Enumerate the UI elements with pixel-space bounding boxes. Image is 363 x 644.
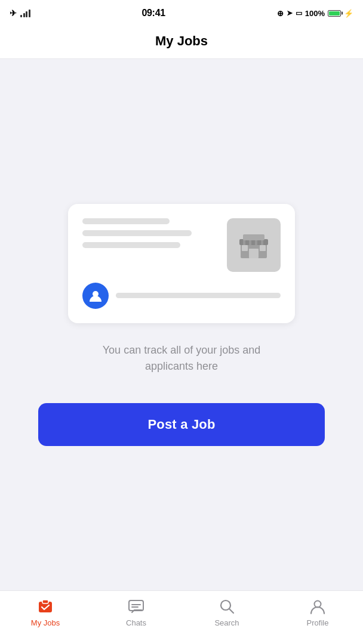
svg-rect-1 [249,249,259,258]
tab-profile[interactable]: Profile [272,597,363,627]
my-jobs-icon [36,597,55,616]
tab-my-jobs[interactable]: My Jobs [0,597,91,627]
svg-rect-12 [42,600,48,603]
signal-icon [20,9,30,17]
avatar-row [82,283,281,309]
tab-bar: My Jobs Chats Search Pr [0,590,363,644]
screen-icon: ▭ [296,9,302,17]
tab-search-label: Search [214,618,239,627]
status-bar: ✈ 09:41 ⊕ ➤ ▭ 100% ⚡ [0,0,363,26]
svg-point-18 [315,601,321,608]
search-icon [217,597,236,616]
avatar [82,283,109,309]
tab-chats[interactable]: Chats [91,597,182,627]
tab-profile-label: Profile [307,618,329,627]
status-time: 09:41 [141,8,165,18]
card-lines [82,218,192,248]
description-text: You can track all of your jobs and appli… [80,342,283,374]
location-icon: ⊕ [277,9,284,18]
status-right: ⊕ ➤ ▭ 100% ⚡ [277,9,353,18]
svg-rect-9 [243,234,264,240]
airplane-icon: ✈ [10,8,17,18]
store-icon [227,218,281,272]
tab-my-jobs-label: My Jobs [31,618,60,627]
svg-line-17 [229,609,233,613]
card-line-3 [82,242,180,248]
status-left: ✈ [10,8,30,18]
battery-icon [328,10,341,17]
avatar-line [116,293,281,298]
card-line-2 [82,230,192,236]
illustration-card [68,204,295,323]
page-header: My Jobs [0,26,363,59]
card-line-1 [82,218,170,224]
tab-chats-label: Chats [126,618,146,627]
profile-icon [308,597,327,616]
battery-percent: 100% [305,9,325,18]
navigation-icon: ➤ [287,9,293,17]
page-title: My Jobs [10,33,353,49]
charging-icon: ⚡ [344,9,353,18]
store-svg [237,228,270,262]
svg-rect-13 [129,600,143,611]
post-job-button[interactable]: Post a Job [38,403,325,446]
tab-search[interactable]: Search [182,597,272,627]
svg-rect-3 [260,245,266,251]
svg-rect-2 [242,245,248,251]
chats-icon [127,597,146,616]
main-content: You can track all of your jobs and appli… [0,59,363,590]
